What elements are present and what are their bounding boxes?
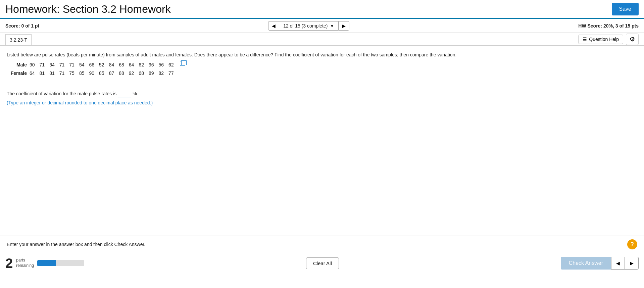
copy-icon[interactable] [180, 61, 185, 66]
male-label: Male [7, 61, 27, 68]
nav-bottom-next-button[interactable]: ▶ [625, 257, 639, 270]
question-tab-actions: ☰ Question Help ⚙ [578, 34, 639, 45]
answer-line: The coefficient of variation for the mal… [7, 90, 637, 97]
parts-number: 2 [5, 256, 13, 270]
nav-prev-button[interactable]: ◀ [268, 21, 279, 31]
list-icon: ☰ [583, 37, 587, 42]
nav-next-button[interactable]: ▶ [338, 21, 349, 31]
instruction-text: Enter your answer in the answer box and … [7, 242, 145, 247]
progress-bar-fill [37, 260, 56, 266]
male-values: 90 71 64 71 71 54 66 52 84 68 64 62 96 5… [30, 61, 185, 68]
question-tab-bar: 3.2.23-T ☰ Question Help ⚙ [0, 33, 644, 46]
progress-bar [37, 260, 84, 266]
hw-score-value: 20%, 3 of 15 pts [603, 23, 639, 29]
question-nav: ◀ 12 of 15 (3 complete) ▼ ▶ [268, 21, 349, 31]
question-tab-id: 3.2.23-T [5, 34, 32, 45]
score-label: Score: [5, 23, 20, 29]
answer-input[interactable] [118, 90, 131, 97]
help-icon: ? [631, 241, 634, 247]
nav-label: 12 of 15 (3 complete) ▼ [279, 21, 338, 31]
gear-icon: ⚙ [630, 36, 635, 43]
bottom-bar: 2 partsremaining Clear All Check Answer … [0, 253, 644, 273]
question-help-button[interactable]: ☰ Question Help [578, 35, 623, 44]
main-content: Listed below are pulse rates (beats per … [0, 46, 644, 273]
settings-button[interactable]: ⚙ [626, 34, 639, 45]
female-data-row: Female 64 81 81 71 75 85 90 85 87 88 92 … [7, 69, 637, 77]
answer-prompt-before: The coefficient of variation for the mal… [7, 91, 116, 96]
check-answer-button[interactable]: Check Answer [561, 257, 611, 270]
answer-prompt-after: %. [133, 91, 138, 96]
header-bar: Homework: Section 3.2 Homework Save [0, 0, 644, 19]
hw-score-label: HW Score: [578, 23, 602, 29]
help-button[interactable]: ? [627, 239, 637, 249]
save-button[interactable]: Save [612, 3, 639, 15]
parts-remaining: 2 partsremaining [5, 256, 84, 270]
nav-bottom-prev-button[interactable]: ◀ [611, 257, 625, 270]
question-intro: Listed below are pulse rates (beats per … [7, 51, 637, 58]
parts-label: partsremaining [16, 258, 34, 268]
footer-instruction: Enter your answer in the answer box and … [0, 236, 644, 253]
score-bar: Score: 0 of 1 pt ◀ 12 of 15 (3 complete)… [0, 19, 644, 33]
hw-score-display: HW Score: 20%, 3 of 15 pts [578, 23, 639, 29]
question-help-label: Question Help [589, 37, 619, 42]
female-values: 64 81 81 71 75 85 90 85 87 88 92 68 89 8… [30, 69, 174, 77]
bottom-right-actions: Check Answer ◀ ▶ [561, 257, 639, 270]
score-value: 0 of 1 pt [21, 23, 39, 29]
answer-area: The coefficient of variation for the mal… [0, 83, 644, 174]
answer-hint: (Type an integer or decimal rounded to o… [7, 100, 637, 105]
male-data-row: Male 90 71 64 71 71 54 66 52 84 68 64 62… [7, 61, 637, 68]
female-label: Female [7, 69, 27, 77]
question-content: Listed below are pulse rates (beats per … [0, 46, 644, 83]
page-title: Homework: Section 3.2 Homework [5, 3, 171, 15]
dropdown-icon[interactable]: ▼ [330, 23, 334, 29]
clear-all-button[interactable]: Clear All [306, 257, 339, 269]
score-display: Score: 0 of 1 pt [5, 23, 39, 29]
